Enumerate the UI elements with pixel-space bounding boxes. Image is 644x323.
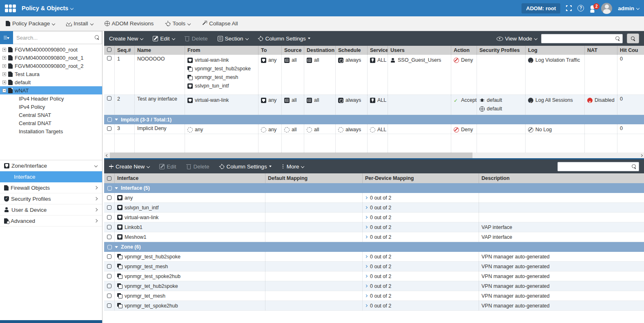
nav-item-advanced[interactable]: Advanced: [0, 215, 102, 227]
per-device-mapping-cell[interactable]: 0 out of 2: [363, 252, 479, 261]
per-device-mapping-cell[interactable]: 0 out of 2: [363, 301, 479, 310]
row-checkbox[interactable]: [107, 225, 111, 229]
nav-item-firewall-objects[interactable]: Firewall Objects: [0, 182, 102, 193]
mapping-row[interactable]: vpnmgr_test_spoke2hub 0 out of 2 VPN man…: [104, 271, 644, 281]
tree-item-package[interactable]: default: [0, 78, 102, 86]
row-checkbox[interactable]: [107, 96, 111, 101]
tree-item-package[interactable]: FGVM040000090800_root: [0, 45, 102, 54]
row-checkbox[interactable]: [107, 264, 111, 269]
scroll-right-arrow[interactable]: [638, 153, 644, 158]
mapping-row[interactable]: virtual-wan-link 0 out of 2: [104, 213, 644, 222]
section-menu[interactable]: Section: [218, 36, 248, 42]
tree-item-package[interactable]: Test Laura: [0, 70, 102, 78]
column-header[interactable]: Hit Cou: [617, 46, 644, 55]
select-all-checkbox[interactable]: [107, 176, 111, 181]
policy-search-input[interactable]: [541, 34, 623, 43]
create-new-menu[interactable]: Create New: [109, 36, 143, 42]
collapse-all-button[interactable]: Collapse All: [202, 20, 238, 27]
nav-item-interface-selected[interactable]: Interface: [0, 171, 102, 182]
create-new-menu[interactable]: Create New: [109, 164, 149, 170]
section-checkbox[interactable]: [107, 117, 112, 122]
section-checkbox[interactable]: [107, 245, 112, 249]
expand-icon[interactable]: [2, 81, 6, 84]
edit-button[interactable]: Edit: [159, 164, 176, 170]
column-header[interactable]: Log: [526, 46, 585, 55]
expand-icon[interactable]: [2, 48, 6, 52]
column-settings-menu[interactable]: Column Settings: [219, 164, 272, 170]
app-module-menu[interactable]: Policy & Objects: [22, 5, 73, 11]
tools-menu[interactable]: Tools: [165, 20, 190, 27]
tree-item-package-selected[interactable]: wNAT: [0, 86, 102, 94]
column-header[interactable]: Description: [479, 173, 644, 183]
row-checkbox[interactable]: [107, 205, 111, 210]
row-checkbox[interactable]: [107, 294, 111, 298]
mapping-search-input[interactable]: [557, 162, 639, 171]
nav-item-zone-interface[interactable]: Zone/Interface: [0, 160, 102, 171]
row-checkbox[interactable]: [107, 56, 111, 61]
fortinet-logo-icon[interactable]: [5, 4, 16, 12]
column-header[interactable]: Action: [451, 46, 477, 55]
advanced-search-button[interactable]: [627, 34, 639, 43]
avatar[interactable]: [601, 3, 612, 14]
tree-child-item[interactable]: IPv4 Header Policy: [0, 94, 102, 103]
section-checkbox[interactable]: [107, 186, 112, 191]
column-header[interactable]: Service: [368, 46, 388, 55]
expand-icon[interactable]: [2, 72, 6, 76]
per-device-mapping-cell[interactable]: 0 out of 2: [363, 213, 479, 222]
per-device-mapping-cell[interactable]: 0 out of 2: [363, 262, 479, 271]
policy-row[interactable]: 1 NOOOOOO virtual-wan-link vpnmgr_test_h…: [104, 55, 644, 95]
view-mode-menu[interactable]: View Mode: [497, 36, 537, 42]
more-menu[interactable]: More: [281, 164, 304, 170]
row-checkbox[interactable]: [107, 215, 111, 220]
tree-item-package[interactable]: FGVM040000090800_root_2: [0, 62, 102, 70]
per-device-mapping-cell[interactable]: 0 out of 2: [363, 222, 479, 232]
mapping-row[interactable]: any 0 out of 2: [104, 193, 644, 203]
expand-icon[interactable]: [2, 56, 6, 60]
notifications-button[interactable]: 2: [590, 5, 595, 11]
tree-child-item[interactable]: Central SNAT: [0, 111, 102, 119]
mapping-row[interactable]: Linkob1 0 out of 2 VAP interface: [104, 222, 644, 232]
delete-button[interactable]: Delete: [185, 36, 208, 42]
interface-section-header[interactable]: Interface (5): [104, 183, 644, 193]
search-input[interactable]: [13, 31, 102, 44]
per-device-mapping-cell[interactable]: 0 out of 2: [363, 193, 479, 202]
select-all-checkbox[interactable]: [107, 47, 111, 52]
collapse-icon[interactable]: [2, 89, 6, 92]
help-icon[interactable]: [577, 5, 584, 11]
implicit-section-header[interactable]: Implicit (3-3 / Total:1): [104, 115, 644, 124]
policy-package-menu[interactable]: Policy Package: [6, 20, 55, 27]
edit-menu[interactable]: Edit: [153, 36, 174, 42]
row-checkbox[interactable]: [107, 284, 111, 288]
per-device-mapping-cell[interactable]: 0 out of 2: [363, 232, 479, 242]
adom-revisions-button[interactable]: ADOM Revisions: [105, 20, 154, 27]
mapping-row[interactable]: vpnmgr_test_hub2spoke 0 out of 2 VPN man…: [104, 252, 644, 262]
scrollbar-thumb[interactable]: [110, 153, 472, 158]
sort-button[interactable]: [0, 31, 13, 44]
scrollbar-track[interactable]: [110, 153, 638, 158]
column-header[interactable]: Per-Device Mapping: [363, 173, 479, 183]
scroll-left-arrow[interactable]: [104, 153, 110, 158]
install-menu[interactable]: Install: [66, 20, 93, 27]
per-device-mapping-cell[interactable]: 0 out of 2: [363, 203, 479, 212]
mapping-row[interactable]: vpnmgr_tet_hub2spoke 0 out of 2 VPN mana…: [104, 281, 644, 291]
column-header[interactable]: NAT: [585, 46, 617, 55]
column-header[interactable]: Default Mapping: [265, 173, 363, 183]
per-device-mapping-cell[interactable]: 0 out of 2: [363, 281, 479, 291]
mapping-row[interactable]: vpnmgr_tet_spoke2hub 0 out of 2 VPN mana…: [104, 301, 644, 311]
tree-child-item[interactable]: Installation Targets: [0, 127, 102, 135]
column-header[interactable]: Seq.#: [115, 46, 135, 55]
row-checkbox[interactable]: [107, 195, 111, 200]
per-device-mapping-cell[interactable]: 0 out of 2: [363, 291, 479, 301]
tree-item-package[interactable]: FGVM040000090800_root_1: [0, 54, 102, 62]
delete-button[interactable]: Delete: [186, 164, 209, 170]
row-checkbox[interactable]: [107, 274, 111, 278]
adom-button[interactable]: ADOM: root: [521, 3, 560, 13]
fullscreen-icon[interactable]: [566, 5, 572, 11]
policy-row-implicit[interactable]: 3 Implicit Deny any any all all always A…: [104, 124, 644, 134]
row-checkbox[interactable]: [107, 254, 111, 259]
policy-row[interactable]: 2 Test any interface virtual-wan-link an…: [104, 95, 644, 115]
column-header[interactable]: To: [258, 46, 282, 55]
column-header[interactable]: Source: [282, 46, 304, 55]
column-header[interactable]: Name: [135, 46, 185, 55]
zone-section-header[interactable]: Zone (6): [104, 242, 644, 252]
